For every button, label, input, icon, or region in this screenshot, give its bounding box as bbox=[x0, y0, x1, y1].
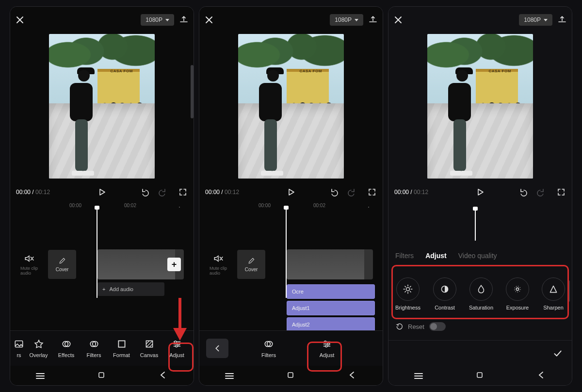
resolution-chip[interactable]: 1080P bbox=[519, 14, 552, 26]
redo-icon bbox=[159, 187, 168, 197]
adjust-exposure[interactable]: Exposure bbox=[506, 278, 529, 310]
nav-back-icon[interactable] bbox=[158, 370, 168, 382]
tool-adjust[interactable]: Adjust bbox=[305, 339, 349, 358]
undo-icon[interactable] bbox=[328, 187, 338, 197]
redo-icon bbox=[537, 187, 547, 197]
video-preview[interactable]: CASA FOM bbox=[427, 34, 533, 179]
adjust-brightness[interactable]: Brightness bbox=[395, 278, 420, 310]
chevron-down-icon bbox=[165, 19, 169, 21]
reset-toggle[interactable] bbox=[429, 322, 446, 331]
video-preview[interactable]: CASA FOM bbox=[238, 34, 344, 179]
export-icon[interactable] bbox=[368, 15, 378, 25]
adjust-tabs: Filters Adjust Video quality bbox=[395, 248, 565, 263]
fullscreen-icon[interactable] bbox=[556, 187, 566, 197]
nav-recent-icon[interactable] bbox=[36, 376, 45, 376]
tool-effects[interactable]: Effects bbox=[52, 339, 80, 358]
tool-overlay[interactable]: Overlay bbox=[25, 339, 52, 358]
timeline-clip[interactable]: + bbox=[97, 249, 184, 279]
close-icon[interactable] bbox=[393, 15, 403, 25]
play-icon[interactable] bbox=[475, 187, 485, 197]
cover-button[interactable]: Cover bbox=[237, 250, 265, 279]
time-display: 00:00 / 00:12 bbox=[16, 189, 50, 196]
tool-rs[interactable]: rs bbox=[13, 339, 25, 358]
mute-clip-audio-button[interactable]: Mute clipaudio bbox=[15, 253, 43, 276]
tab-video-quality[interactable]: Video quality bbox=[458, 252, 497, 260]
tool-canvas[interactable]: Canvas bbox=[135, 339, 163, 358]
export-icon[interactable] bbox=[179, 15, 189, 25]
track-adjust1[interactable]: Adjust1 bbox=[287, 301, 375, 315]
fullscreen-icon[interactable] bbox=[178, 187, 188, 197]
playhead[interactable] bbox=[475, 210, 476, 241]
play-icon[interactable] bbox=[286, 187, 296, 197]
android-navbar bbox=[199, 369, 383, 383]
close-icon[interactable] bbox=[204, 15, 214, 25]
add-clip-button[interactable]: + bbox=[167, 258, 181, 271]
nav-recent-icon[interactable] bbox=[225, 376, 234, 376]
tool-filters[interactable]: Filters bbox=[247, 339, 291, 358]
confirm-bar bbox=[388, 340, 572, 366]
resolution-chip[interactable]: 1080P bbox=[330, 14, 363, 26]
undo-icon[interactable] bbox=[139, 187, 149, 197]
fullscreen-icon[interactable] bbox=[367, 187, 377, 197]
play-icon[interactable] bbox=[97, 187, 107, 197]
tab-adjust[interactable]: Adjust bbox=[425, 252, 447, 260]
tab-filters[interactable]: Filters bbox=[395, 252, 414, 260]
mute-clip-audio-button[interactable]: Mute clipaudio bbox=[204, 253, 232, 276]
preview-sign: CASA FOM bbox=[488, 69, 511, 73]
track-adjust2[interactable]: Adjust2 bbox=[287, 317, 375, 332]
time-display: 00:00 / 00:12 bbox=[205, 189, 239, 196]
tool-format[interactable]: Format bbox=[108, 339, 135, 358]
preview-sign: CASA FOM bbox=[299, 69, 322, 73]
preview-sign: CASA FOM bbox=[110, 69, 132, 73]
nav-home-icon[interactable] bbox=[97, 370, 106, 382]
reset-icon[interactable] bbox=[395, 323, 403, 330]
adjust-contrast[interactable]: Contrast bbox=[433, 278, 456, 310]
nav-back-icon[interactable] bbox=[536, 370, 546, 382]
screenshot-1: 1080P CASA FOM 00:00 / 00:12 bbox=[10, 7, 194, 385]
chevron-down-icon bbox=[355, 19, 358, 21]
back-button[interactable] bbox=[206, 339, 228, 358]
chevron-down-icon bbox=[544, 19, 548, 21]
reset-label: Reset bbox=[408, 323, 424, 330]
reset-row: Reset bbox=[395, 322, 446, 331]
android-navbar bbox=[10, 369, 194, 383]
scrollbar[interactable] bbox=[568, 280, 570, 302]
screenshot-2: 1080P CASA FOM 00:00 / 00:12 00:0 bbox=[199, 7, 383, 385]
tool-adjust[interactable]: Adjust bbox=[163, 339, 191, 358]
export-icon[interactable] bbox=[557, 15, 567, 25]
timeline-axis: 00:0000:02 bbox=[199, 203, 383, 212]
resolution-label: 1080P bbox=[146, 16, 162, 23]
time-display: 00:00 / 00:12 bbox=[394, 189, 428, 196]
scrollbar[interactable] bbox=[191, 65, 194, 118]
timeline-axis: 00:0000:02 bbox=[10, 203, 194, 212]
add-audio-button[interactable]: +Add audio bbox=[97, 282, 164, 296]
confirm-icon[interactable] bbox=[552, 348, 563, 359]
video-preview[interactable]: CASA FOM bbox=[49, 34, 155, 179]
adjust-sharpen[interactable]: Sharpen bbox=[542, 278, 565, 310]
adjust-saturation[interactable]: Saturation bbox=[469, 278, 493, 310]
undo-icon[interactable] bbox=[517, 187, 527, 197]
screenshot-3: 1080P CASA FOM 00:00 / 00:12 bbox=[388, 7, 572, 385]
adjust-items: Brightness Contrast Saturation Exposure … bbox=[393, 268, 567, 320]
timeline-clip[interactable] bbox=[287, 249, 373, 279]
nav-home-icon[interactable] bbox=[475, 370, 485, 382]
nav-recent-icon[interactable] bbox=[414, 376, 423, 376]
nav-back-icon[interactable] bbox=[347, 370, 357, 382]
bottom-toolbar: rs Overlay Effects Filters Format Canvas… bbox=[10, 330, 194, 366]
close-icon[interactable] bbox=[15, 15, 25, 25]
adjust-tracks: Ocre Adjust1 Adjust2 bbox=[287, 284, 375, 332]
nav-home-icon[interactable] bbox=[286, 370, 295, 382]
resolution-chip[interactable]: 1080P bbox=[141, 14, 174, 26]
tool-filters[interactable]: Filters bbox=[80, 339, 108, 358]
track-ocre[interactable]: Ocre bbox=[287, 284, 375, 299]
android-navbar bbox=[388, 369, 572, 383]
cover-button[interactable]: Cover bbox=[48, 250, 76, 279]
redo-icon bbox=[348, 187, 357, 197]
